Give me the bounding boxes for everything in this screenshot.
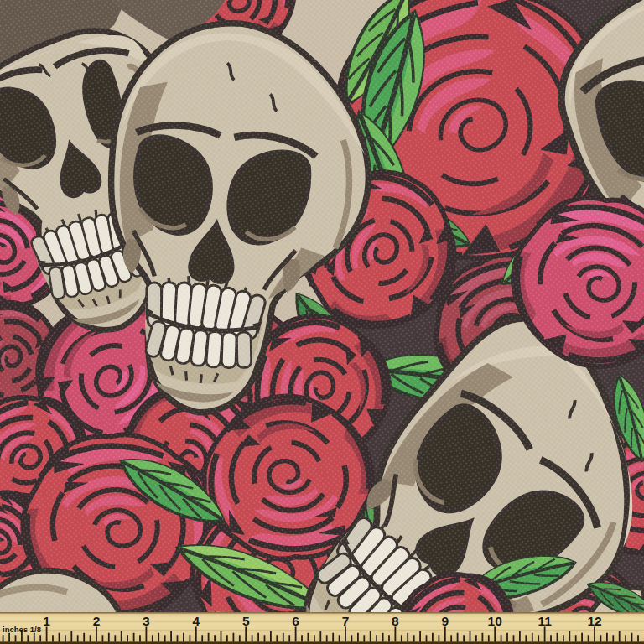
svg-text:2: 2 bbox=[93, 614, 101, 628]
svg-text:inches 1/8: inches 1/8 bbox=[3, 625, 41, 634]
svg-text:5: 5 bbox=[242, 614, 250, 628]
svg-text:11: 11 bbox=[538, 614, 552, 628]
svg-text:3: 3 bbox=[143, 614, 150, 628]
svg-text:1: 1 bbox=[43, 614, 50, 628]
svg-text:4: 4 bbox=[192, 614, 200, 628]
svg-text:6: 6 bbox=[292, 614, 299, 628]
svg-text:10: 10 bbox=[488, 614, 502, 628]
svg-text:12: 12 bbox=[587, 614, 601, 628]
svg-text:8: 8 bbox=[392, 614, 399, 628]
svg-text:9: 9 bbox=[441, 614, 449, 628]
svg-text:7: 7 bbox=[342, 614, 350, 628]
